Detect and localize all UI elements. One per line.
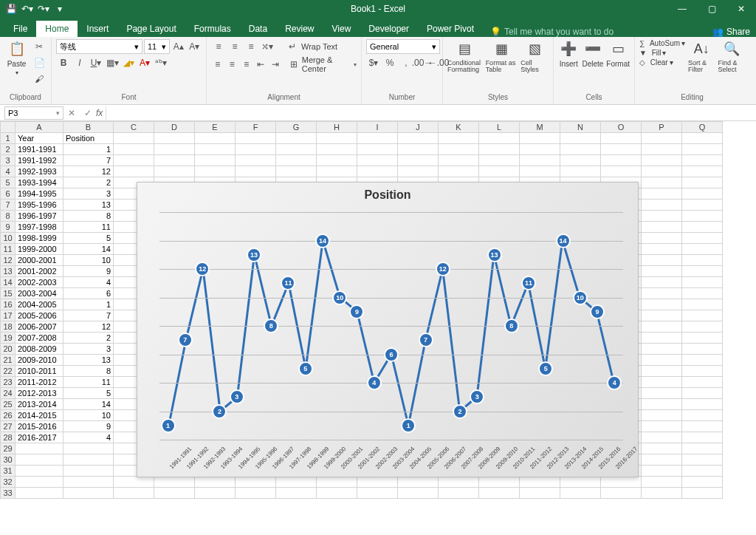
cell[interactable]: 1999-2000 [16, 244, 63, 255]
cell[interactable] [642, 266, 682, 277]
chart-object[interactable]: Position 11991-199171991-1992121992-1993… [137, 182, 639, 477]
row-header[interactable]: 4 [1, 166, 16, 177]
cell[interactable] [601, 166, 642, 177]
formula-input[interactable] [106, 106, 756, 120]
cell[interactable] [682, 333, 723, 344]
col-header-P[interactable]: P [642, 122, 682, 133]
cell[interactable]: 6 [63, 288, 114, 299]
cell[interactable] [642, 388, 682, 399]
cell[interactable]: 1994-1995 [16, 188, 63, 200]
fx-icon[interactable]: fx [96, 108, 106, 118]
cell[interactable]: 2016-2017 [16, 432, 63, 443]
col-header-C[interactable]: C [114, 122, 154, 133]
tab-developer[interactable]: Developer [360, 21, 418, 37]
cell[interactable] [682, 288, 723, 299]
cell[interactable] [236, 155, 276, 166]
cell[interactable] [479, 477, 520, 488]
cell[interactable]: 1995-1996 [16, 200, 63, 211]
cell[interactable] [276, 166, 317, 177]
cell[interactable] [114, 144, 154, 155]
cell[interactable]: 2003-2004 [16, 288, 63, 299]
row-header[interactable]: 14 [1, 277, 16, 288]
cell[interactable] [642, 255, 682, 266]
cell[interactable] [642, 211, 682, 222]
cell[interactable] [317, 488, 357, 499]
enter-formula-icon[interactable]: ✓ [80, 108, 96, 118]
row-header[interactable]: 32 [1, 477, 16, 488]
cell[interactable] [642, 454, 682, 466]
cell[interactable]: 10 [63, 410, 114, 421]
underline-button[interactable]: U▾ [89, 55, 103, 70]
cell[interactable] [642, 321, 682, 333]
col-header-M[interactable]: M [520, 122, 560, 133]
cell[interactable] [154, 155, 195, 166]
row-header[interactable]: 22 [1, 366, 16, 377]
col-header-F[interactable]: F [236, 122, 276, 133]
cell[interactable] [682, 399, 723, 410]
cell-styles-button[interactable]: ▧Cell Styles [520, 39, 549, 73]
row-header[interactable]: 5 [1, 177, 16, 188]
row-header[interactable]: 6 [1, 188, 16, 200]
cell[interactable] [682, 188, 723, 200]
cell[interactable]: 7 [63, 310, 114, 321]
cell[interactable] [276, 133, 317, 144]
cell[interactable]: 1998-1999 [16, 233, 63, 244]
cell[interactable] [642, 244, 682, 255]
cell[interactable] [276, 155, 317, 166]
cell[interactable] [317, 166, 357, 177]
cell[interactable] [682, 321, 723, 333]
cell[interactable] [642, 421, 682, 432]
row-header[interactable]: 19 [1, 333, 16, 344]
cell[interactable] [63, 454, 114, 466]
cell[interactable] [642, 200, 682, 211]
cell[interactable]: 12 [63, 321, 114, 333]
cell[interactable]: 8 [63, 211, 114, 222]
align-left-icon[interactable]: ≡ [211, 57, 224, 72]
row-header[interactable]: 10 [1, 233, 16, 244]
cell[interactable]: 13 [63, 200, 114, 211]
row-header[interactable]: 11 [1, 244, 16, 255]
decrease-indent-icon[interactable]: ⇤ [255, 57, 268, 72]
cell[interactable] [682, 454, 723, 466]
tab-home[interactable]: Home [36, 21, 78, 37]
cell[interactable] [682, 388, 723, 399]
cell[interactable] [682, 133, 723, 144]
row-header[interactable]: 13 [1, 266, 16, 277]
cell[interactable] [439, 477, 479, 488]
font-size-select[interactable]: 11▾ [144, 39, 170, 54]
cell[interactable] [642, 466, 682, 477]
tab-formulas[interactable]: Formulas [185, 21, 240, 37]
cell[interactable] [682, 410, 723, 421]
cell[interactable]: 2 [63, 177, 114, 188]
cell[interactable] [682, 488, 723, 499]
tab-insert[interactable]: Insert [78, 21, 117, 37]
cell[interactable] [642, 166, 682, 177]
cell[interactable] [682, 211, 723, 222]
cell[interactable] [642, 477, 682, 488]
cell[interactable] [682, 421, 723, 432]
cell[interactable] [16, 454, 63, 466]
bold-button[interactable]: B [56, 55, 71, 70]
cell[interactable] [114, 133, 154, 144]
cell[interactable] [357, 155, 398, 166]
cell[interactable]: 4 [63, 432, 114, 443]
cell[interactable] [195, 144, 236, 155]
row-header[interactable]: 27 [1, 421, 16, 432]
cell[interactable]: 1993-1994 [16, 177, 63, 188]
cell[interactable] [682, 344, 723, 355]
cell[interactable] [195, 477, 236, 488]
row-header[interactable]: 12 [1, 255, 16, 266]
cell[interactable] [601, 144, 642, 155]
cell[interactable]: 9 [63, 266, 114, 277]
italic-button[interactable]: I [72, 55, 87, 70]
col-header-K[interactable]: K [439, 122, 479, 133]
cell[interactable] [682, 244, 723, 255]
row-header[interactable]: 20 [1, 344, 16, 355]
row-header[interactable]: 26 [1, 410, 16, 421]
align-bottom-icon[interactable]: ≡ [244, 39, 258, 54]
cell[interactable]: 2012-2013 [16, 388, 63, 399]
col-header-O[interactable]: O [601, 122, 642, 133]
save-icon[interactable]: 💾 [4, 2, 18, 16]
tab-file[interactable]: File [4, 21, 36, 37]
row-header[interactable]: 15 [1, 288, 16, 299]
